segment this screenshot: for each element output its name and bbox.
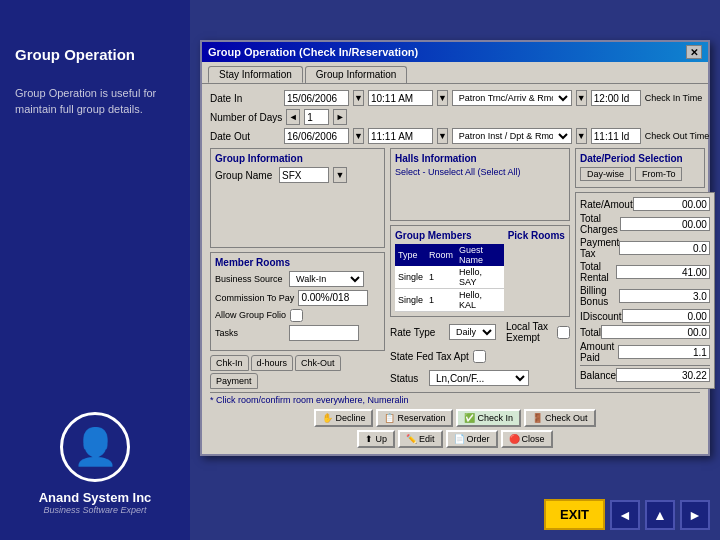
exit-button[interactable]: EXIT: [544, 499, 605, 530]
main-area: Group Operation (Check In/Reservation) ✕…: [190, 0, 720, 540]
cell-type: Single: [395, 266, 426, 289]
dialog-close-button[interactable]: ✕: [686, 45, 702, 59]
right-sections: Date/Period Selection Day-wise From-To R…: [575, 148, 705, 389]
col-room: Room: [426, 244, 456, 266]
nav-left-button[interactable]: ◄: [610, 500, 640, 530]
rate-amount-label: Rate/Amout: [580, 199, 633, 210]
day-wise-btn[interactable]: Day-wise: [580, 167, 631, 181]
group-name-input[interactable]: [279, 167, 329, 183]
dialog-tabs: Stay Information Group Information: [202, 62, 708, 83]
total-charges-input[interactable]: [620, 217, 709, 231]
status-row: Status Ln,Con/F...: [390, 370, 570, 386]
inner-tabs: Chk-In d-hours Chk-Out Payment: [210, 355, 385, 389]
total-rental-label: Total Rental: [580, 261, 616, 283]
checkin-time-input[interactable]: [591, 90, 641, 106]
member-rooms-title: Member Rooms: [215, 257, 380, 268]
business-source-select[interactable]: Walk-In: [289, 271, 364, 287]
order-label: Order: [467, 434, 490, 444]
halls-select-all: Select - Unselect All (Select All): [395, 167, 565, 177]
group-name-row: Group Name ▼: [215, 167, 380, 183]
left-sections: Group Information Group Name ▼ Member Ro…: [210, 148, 385, 389]
group-info-section: Group Information Group Name ▼: [210, 148, 385, 248]
order-button[interactable]: 📄 Order: [446, 430, 498, 448]
bottom-navigation: EXIT ◄ ▲ ►: [544, 499, 710, 530]
reservation-button[interactable]: 📋 Reservation: [376, 409, 453, 427]
amount-paid-input[interactable]: [618, 345, 709, 359]
discount-input[interactable]: [622, 309, 710, 323]
billing-bonus-row: Billing Bonus: [580, 285, 710, 307]
table-row[interactable]: Single 1 Hello, SAY: [395, 266, 504, 289]
nav-up-button[interactable]: ▲: [645, 500, 675, 530]
cell-guest: Hello, SAY: [456, 266, 504, 289]
cell-guest: Hello, KAL: [456, 289, 504, 312]
group-name-label: Group Name: [215, 170, 275, 181]
date-in-spin-down[interactable]: ▼: [353, 90, 364, 106]
date-out-input[interactable]: [284, 128, 349, 144]
checkout-time-input[interactable]: [591, 128, 641, 144]
num-days-label: Number of Days: [210, 112, 282, 123]
rate-amount-input[interactable]: [633, 197, 710, 211]
from-to-btn[interactable]: From-To: [635, 167, 683, 181]
total-input[interactable]: [601, 325, 710, 339]
order-icon: 📄: [454, 434, 465, 444]
time-out-input[interactable]: [368, 128, 433, 144]
date-in-select[interactable]: Patron Trnc/Arriv & Rmov: [452, 90, 572, 106]
tab-dhours[interactable]: d-hours: [251, 355, 294, 371]
group-members-section: Group Members Type Room Guest Name: [390, 225, 570, 317]
time-out-spin[interactable]: ▼: [437, 128, 448, 144]
tab-chkout[interactable]: Chk-Out: [295, 355, 341, 371]
tab-chkin[interactable]: Chk-In: [210, 355, 249, 371]
date-in-input[interactable]: [284, 90, 349, 106]
rate-fields-section: Rate/Amout Total Charges Payment Tax: [575, 192, 715, 389]
date-period-section: Date/Period Selection Day-wise From-To: [575, 148, 705, 188]
up-button[interactable]: ⬆ Up: [357, 430, 395, 448]
group-name-spin[interactable]: ▼: [333, 167, 347, 183]
checkin-label: Check In: [477, 413, 513, 423]
cell-room: 1: [426, 266, 456, 289]
billing-bonus-input[interactable]: [619, 289, 710, 303]
checkout-button[interactable]: 🚪 Check Out: [524, 409, 596, 427]
table-row[interactable]: Single 1 Hello, KAL: [395, 289, 504, 312]
total-rental-input[interactable]: [616, 265, 710, 279]
balance-label: Balance: [580, 370, 616, 381]
local-tax-exempt-checkbox[interactable]: [557, 326, 570, 339]
balance-input[interactable]: [616, 368, 710, 382]
rate-type-select[interactable]: Daily: [449, 324, 496, 340]
status-label: Status: [390, 373, 425, 384]
tasks-input[interactable]: [289, 325, 359, 341]
commission-input[interactable]: [298, 290, 368, 306]
close-label: Close: [522, 434, 545, 444]
discount-label: IDiscount: [580, 311, 622, 322]
payment-tax-label: Payment Tax: [580, 237, 619, 259]
decline-button[interactable]: ✋ Decline: [314, 409, 373, 427]
close-button[interactable]: 🔴 Close: [501, 430, 553, 448]
payment-tax-input[interactable]: [619, 241, 710, 255]
date-in-extra-spin[interactable]: ▼: [576, 90, 587, 106]
date-out-label: Date Out: [210, 131, 280, 142]
date-out-spin[interactable]: ▼: [353, 128, 364, 144]
date-period-title: Date/Period Selection: [580, 153, 700, 164]
date-out-extra-spin[interactable]: ▼: [576, 128, 587, 144]
num-days-input[interactable]: [304, 109, 329, 125]
tab-group-information[interactable]: Group Information: [305, 66, 408, 83]
status-select[interactable]: Ln,Con/F...: [429, 370, 529, 386]
group-members-title: Group Members: [395, 230, 504, 241]
checkin-button[interactable]: ✅ Check In: [456, 409, 521, 427]
rate-type-label: Rate Type: [390, 327, 445, 338]
time-in-input[interactable]: [368, 90, 433, 106]
tab-stay-information[interactable]: Stay Information: [208, 66, 303, 83]
edit-button[interactable]: ✏️ Edit: [398, 430, 443, 448]
cell-type: Single: [395, 289, 426, 312]
logo-icon: 👤: [73, 426, 118, 468]
allow-group-folio-checkbox[interactable]: [290, 309, 303, 322]
date-out-select[interactable]: Patron Inst / Dpt & Rmov: [452, 128, 572, 144]
time-in-spin[interactable]: ▼: [437, 90, 448, 106]
group-members-table: Type Room Guest Name Single 1: [395, 244, 504, 312]
state-fed-tax-checkbox[interactable]: [473, 350, 486, 363]
dialog-title: Group Operation (Check In/Reservation): [208, 46, 418, 58]
num-days-spin-up[interactable]: ►: [333, 109, 347, 125]
num-days-spin-down[interactable]: ◄: [286, 109, 300, 125]
tab-payment[interactable]: Payment: [210, 373, 258, 389]
nav-right-button[interactable]: ►: [680, 500, 710, 530]
dialog-titlebar: Group Operation (Check In/Reservation) ✕: [202, 42, 708, 62]
